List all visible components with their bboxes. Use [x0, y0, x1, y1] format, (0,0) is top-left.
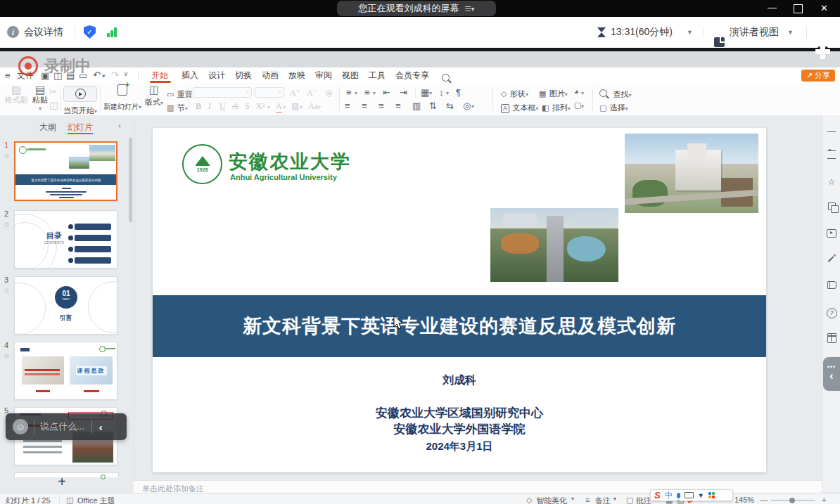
grow-font-icon[interactable]: A⁺: [290, 88, 300, 98]
chat-input-placeholder[interactable]: 说点什么...: [40, 420, 84, 433]
new-slide-button[interactable]: 新建幻灯片▾: [103, 84, 142, 112]
ime-toolbar[interactable]: S 中 ▼: [650, 489, 733, 501]
text-effect-icon[interactable]: Aa: [308, 101, 318, 112]
menu-design[interactable]: 设计: [208, 70, 225, 82]
undo-icon[interactable]: ↶: [93, 70, 101, 80]
copy-icon[interactable]: ◫: [49, 101, 58, 110]
shading-icon[interactable]: ▦: [421, 88, 429, 97]
slides-tab[interactable]: 幻灯片: [68, 122, 93, 134]
ime-keyboard-icon[interactable]: [685, 492, 694, 498]
line-spacing-icon[interactable]: ⇅: [429, 101, 437, 110]
chat-collapse-icon[interactable]: ‹: [99, 421, 103, 433]
shapes-button[interactable]: ◇ 形状▾: [501, 86, 528, 99]
share-button[interactable]: ↗ 分享: [801, 70, 835, 82]
theme-name[interactable]: Office 主题: [77, 496, 115, 504]
font-family-combo[interactable]: ˅: [193, 87, 252, 98]
emoji-icon[interactable]: ☺: [13, 419, 28, 434]
format-painter-button[interactable]: ▨ 格式刷: [4, 84, 28, 105]
redo-icon[interactable]: ↷: [111, 70, 119, 80]
zoom-out-icon[interactable]: —: [760, 496, 768, 504]
collapse-panel-icon[interactable]: ‹: [118, 121, 121, 131]
ime-skin-icon[interactable]: ▼: [698, 492, 704, 499]
meeting-timer[interactable]: 13:31(60分钟): [611, 26, 673, 39]
menu-view[interactable]: 视图: [342, 70, 359, 82]
notes-button[interactable]: 备注: [595, 496, 611, 504]
reference-icon[interactable]: [822, 281, 840, 291]
align-right-icon[interactable]: ≡: [378, 101, 384, 110]
shadow-icon[interactable]: S: [245, 101, 250, 112]
increase-indent-icon[interactable]: ⇥: [400, 88, 407, 97]
slide-size-icon[interactable]: ▢: [574, 101, 581, 109]
slide-thumbnail-1[interactable]: 新文科背景下英语专业建设的赛道反思及模式创新: [14, 141, 117, 201]
beautify-button[interactable]: 智能美化: [536, 496, 567, 504]
promotion-icon[interactable]: [822, 333, 840, 345]
distribute-icon[interactable]: ▥: [412, 101, 421, 110]
sogou-logo-icon[interactable]: S: [654, 490, 661, 500]
info-icon[interactable]: i: [7, 26, 19, 38]
slide-thumbnail-2[interactable]: 目录 CONTENTS: [14, 210, 117, 269]
italic-icon[interactable]: I: [208, 101, 211, 112]
highlight-color-icon[interactable]: ▨: [291, 101, 299, 112]
properties-icon[interactable]: [822, 150, 840, 161]
cut-icon[interactable]: ✂: [49, 87, 57, 96]
share-menu-icon[interactable]: ☰▾: [465, 5, 475, 13]
textbox-button[interactable]: A 文本框▾: [501, 101, 538, 113]
notes-dropdown-icon[interactable]: ▾: [613, 496, 616, 502]
layout-button[interactable]: ◫ 版式▾: [143, 84, 165, 108]
play-from-current-label[interactable]: 当页开始▾: [61, 103, 100, 116]
menu-tools[interactable]: 工具: [369, 70, 386, 82]
menu-member[interactable]: 会员专享: [395, 70, 429, 82]
bullets-icon[interactable]: ≡: [346, 88, 352, 97]
numbering-icon[interactable]: ≡: [364, 88, 370, 97]
find-button[interactable]: 查找▾: [599, 87, 631, 100]
menu-animation[interactable]: 动画: [262, 70, 279, 82]
chat-overlay[interactable]: ☺ 说点什么... ‹: [6, 413, 127, 440]
paragraph-mark-icon[interactable]: ¶: [456, 88, 461, 97]
zoom-slider-handle[interactable]: [789, 498, 795, 503]
decrease-indent-icon[interactable]: ⇤: [383, 88, 390, 97]
menu-review[interactable]: 审阅: [315, 70, 332, 82]
align-center-icon[interactable]: ≡: [362, 101, 367, 110]
picture-button[interactable]: ▦ 图片▾: [539, 86, 568, 99]
duplicate-slides-icon[interactable]: [822, 202, 840, 212]
ime-mic-icon[interactable]: [677, 493, 680, 498]
slide-thumbnail-3[interactable]: 01 PART 引言: [14, 276, 117, 335]
insert-more-icon[interactable]: ◕: [574, 88, 579, 96]
ime-toolbox-icon[interactable]: [708, 492, 715, 498]
menu-transition[interactable]: 切换: [235, 70, 252, 82]
paste-button[interactable]: ▤ 粘贴▾: [30, 84, 51, 112]
shrink-font-icon[interactable]: A⁻: [307, 88, 317, 98]
arrange-button[interactable]: ◧ 排列▾: [542, 101, 571, 113]
zoom-level[interactable]: 145%: [734, 496, 754, 504]
bold-icon[interactable]: B: [196, 101, 201, 112]
view-mode-button[interactable]: 演讲者视图: [730, 26, 779, 39]
zoom-in-icon[interactable]: +: [822, 496, 826, 504]
paragraph-settings-icon[interactable]: ◎: [463, 101, 471, 110]
add-slide-button[interactable]: +: [52, 474, 72, 491]
menu-insert[interactable]: 插入: [182, 70, 198, 82]
section-button[interactable]: ▥ 节▾: [167, 101, 188, 113]
animation-pane-icon[interactable]: [822, 229, 840, 240]
outline-tab[interactable]: 大纲: [39, 122, 56, 134]
security-shield-icon[interactable]: ✓: [84, 25, 96, 39]
screen-share-title-pill[interactable]: 您正在观看刘成科的屏幕 ☰▾: [337, 1, 496, 16]
slide-canvas[interactable]: 1928 安徽农业大学 Anhui Agricultural Universit…: [153, 128, 766, 472]
window-maximize-button[interactable]: [794, 4, 803, 13]
strikethrough-icon[interactable]: A: [232, 101, 238, 112]
search-icon[interactable]: [442, 74, 450, 82]
font-size-combo[interactable]: ˅: [255, 87, 284, 98]
view-dropdown-icon[interactable]: ▼: [787, 29, 794, 36]
font-color-icon[interactable]: A: [276, 101, 282, 113]
ime-lang-icon[interactable]: 中: [665, 490, 673, 500]
help-icon[interactable]: ?: [822, 307, 840, 318]
hamburger-icon[interactable]: ≡: [5, 70, 11, 81]
clear-format-icon[interactable]: ◎: [325, 88, 332, 98]
superscript-icon[interactable]: X²: [256, 101, 265, 112]
meeting-details-button[interactable]: 会议详情: [24, 26, 63, 39]
expand-panel-handle[interactable]: ••• ‹: [823, 357, 840, 391]
window-close-button[interactable]: ✕: [820, 3, 828, 13]
timer-dropdown-icon[interactable]: ▼: [687, 29, 693, 36]
smart-tools-icon[interactable]: [822, 255, 840, 265]
slide-thumbnail-4[interactable]: 课程思政: [14, 342, 117, 400]
panel-scrollbar[interactable]: [129, 138, 132, 222]
